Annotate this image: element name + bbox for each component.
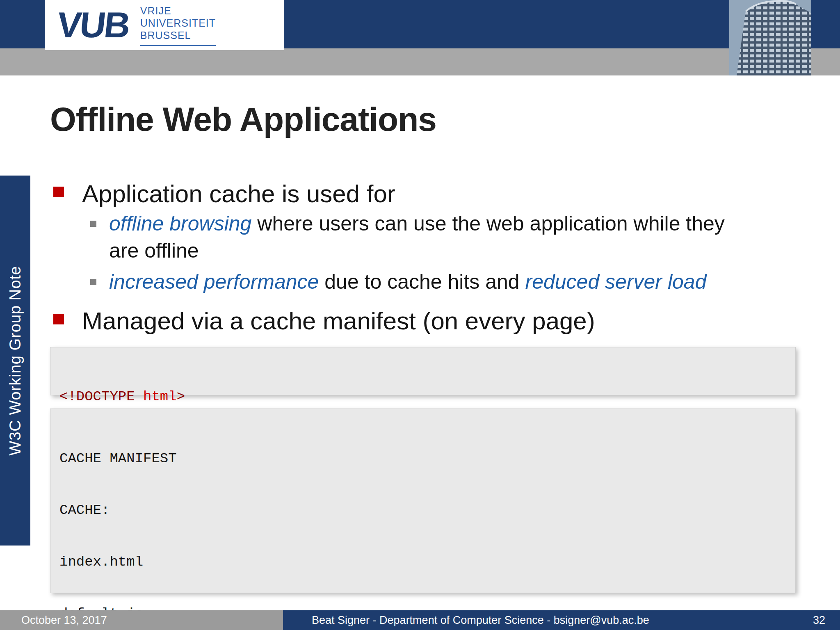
sub-bullet-1-emphasis: offline browsing xyxy=(109,212,251,235)
slide-footer: October 13, 2017 Beat Signer - Departmen… xyxy=(0,610,840,630)
code-token: html xyxy=(135,389,177,404)
sidebar-note-tab: W3C Working Group Note xyxy=(0,176,30,546)
vub-logo: VUB VRIJE UNIVERSITEIT BRUSSEL xyxy=(45,0,284,50)
slide-title: Offline Web Applications xyxy=(50,100,436,139)
footer-date-section: October 13, 2017 xyxy=(0,610,283,630)
campus-building-photo xyxy=(729,0,811,75)
bullet-marker xyxy=(53,314,64,324)
code-line: CACHE MANIFEST xyxy=(59,450,786,467)
sidebar-note-label: W3C Working Group Note xyxy=(7,266,24,456)
code-line: index.html xyxy=(59,553,786,571)
footer-date: October 13, 2017 xyxy=(21,614,107,627)
sub-bullet-marker xyxy=(90,221,96,227)
code-block-cache-manifest: CACHE MANIFEST CACHE: index.html default… xyxy=(50,409,796,593)
footer-credit-section: Beat Signer - Department of Computer Sci… xyxy=(283,610,840,630)
code-token: <!DOCTYPE xyxy=(59,389,135,404)
sub-bullet-2-emphasis-1: increased performance xyxy=(109,270,319,293)
logo-line-3: BRUSSEL xyxy=(140,30,191,41)
vub-logo-mark: VUB xyxy=(55,7,130,43)
bullet-2: Managed via a cache manifest (on every p… xyxy=(82,307,595,335)
sub-bullet-2-emphasis-2: reduced server load xyxy=(525,270,707,293)
sub-bullet-2-text: due to cache hits and xyxy=(319,270,525,293)
slide-page-number: 32 xyxy=(813,610,825,630)
code-token: > xyxy=(177,389,185,404)
vub-logo-wordmark: VRIJE UNIVERSITEIT BRUSSEL xyxy=(140,5,216,46)
logo-line-1: VRIJE xyxy=(140,5,171,16)
bullet-marker xyxy=(53,187,64,197)
bullet-1: Application cache is used for xyxy=(82,180,395,208)
code-line: CACHE: xyxy=(59,502,786,519)
header-gray-strip xyxy=(0,48,840,75)
sub-bullet-marker xyxy=(90,279,96,285)
code-block-doctype: <!DOCTYPE html> <html lang="en" manifest… xyxy=(50,347,796,395)
sub-bullet-1: offline browsing where users can use the… xyxy=(109,210,757,264)
footer-credit: Beat Signer - Department of Computer Sci… xyxy=(312,614,649,627)
sub-bullet-2: increased performance due to cache hits … xyxy=(109,268,706,295)
code-line: <!DOCTYPE html> xyxy=(59,388,786,405)
logo-line-2: UNIVERSITEIT xyxy=(140,17,216,29)
